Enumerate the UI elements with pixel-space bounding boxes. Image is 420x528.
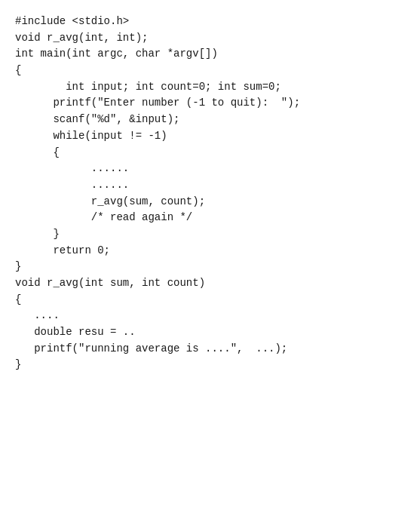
code-line: { xyxy=(15,63,405,79)
code-line: while(input != -1) xyxy=(15,128,405,145)
code-line: ...... xyxy=(15,161,405,177)
code-line: r_avg(sum, count); xyxy=(15,194,405,210)
code-line: printf("Enter number (-1 to quit): "); xyxy=(15,95,405,112)
code-line: #include <stdio.h> xyxy=(15,14,405,30)
code-line: void r_avg(int, int); xyxy=(15,30,405,47)
code-line: printf("running average is ....", ...); xyxy=(15,341,405,358)
code-line: } xyxy=(15,357,405,373)
code-line: scanf("%d", &input); xyxy=(15,112,405,128)
code-line: } xyxy=(15,226,405,243)
code-line: void r_avg(int sum, int count) xyxy=(15,275,405,292)
code-line: /* read again */ xyxy=(15,210,405,226)
code-line: double resu = .. xyxy=(15,324,405,341)
code-line: { xyxy=(15,292,405,309)
code-line: ...... xyxy=(15,177,405,194)
code-line: { xyxy=(15,145,405,161)
code-editor: #include <stdio.h>void r_avg(int, int);i… xyxy=(0,0,420,528)
code-line: .... xyxy=(15,308,405,324)
code-line: int main(int argc, char *argv[]) xyxy=(15,46,405,63)
code-line: } xyxy=(15,259,405,275)
code-line: return 0; xyxy=(15,243,405,259)
code-line: int input; int count=0; int sum=0; xyxy=(15,79,405,96)
